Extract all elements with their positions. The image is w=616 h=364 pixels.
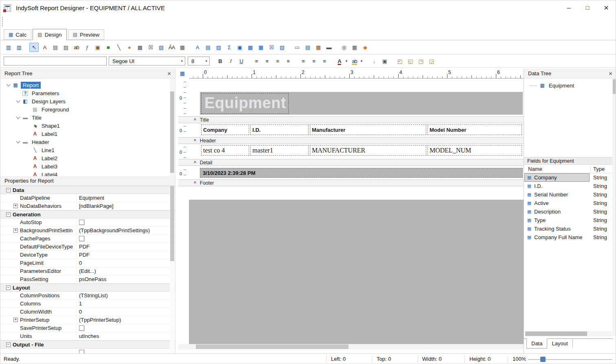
memo-tool[interactable]: ▤: [50, 43, 60, 52]
send-to-back-button[interactable]: ◱: [406, 57, 415, 66]
type-column-header[interactable]: Type: [593, 166, 605, 172]
image-tool[interactable]: ▣: [93, 43, 102, 52]
font-color-arrow[interactable]: ▾: [344, 57, 349, 66]
tab-design[interactable]: ▨ Design: [33, 29, 66, 40]
checkbox-tool[interactable]: ☒: [146, 43, 155, 52]
checkbox[interactable]: [79, 325, 84, 331]
maximize-button[interactable]: □: [578, 0, 597, 15]
field-row[interactable]: Serial Number String: [524, 190, 613, 199]
dbimage-tool[interactable]: ▣: [235, 43, 244, 52]
property-row[interactable]: − Output - File: [0, 340, 175, 349]
field-row[interactable]: Active String: [524, 199, 613, 207]
barcode-2d-tool[interactable]: ▩: [135, 43, 145, 52]
tree-item[interactable]: Title: [0, 113, 175, 122]
collapse-icon[interactable]: ^: [194, 181, 196, 185]
property-value[interactable]: (Edit...): [76, 267, 169, 275]
expand-box-icon[interactable]: −: [6, 212, 11, 217]
expand-box-icon[interactable]: +: [13, 228, 18, 233]
fields-horizontal-scrollbar[interactable]: [525, 331, 612, 336]
shape-tool[interactable]: ■: [103, 43, 113, 52]
scrollbar-thumb[interactable]: [170, 186, 174, 261]
property-row[interactable]: Units utInches: [0, 332, 175, 340]
dbbarcode-tool[interactable]: ▩: [246, 43, 255, 52]
zoom-slider-thumb[interactable]: [540, 357, 546, 362]
theme-tool[interactable]: ◆: [360, 43, 370, 52]
field-name-cell[interactable]: Company: [525, 174, 589, 181]
select-tool[interactable]: ↖: [29, 43, 39, 52]
underline-button[interactable]: U: [237, 57, 246, 66]
tab-layout[interactable]: Layout: [547, 339, 572, 348]
tab-preview[interactable]: ▤ Preview: [68, 29, 104, 40]
scrollbar-thumb[interactable]: [170, 92, 174, 173]
title-label[interactable]: Equipment: [201, 93, 289, 114]
property-row[interactable]: + PrinterSetup (TppPrinterSetup): [0, 316, 175, 324]
font-color-button[interactable]: A: [335, 57, 344, 66]
close-icon[interactable]: ×: [609, 70, 612, 76]
property-row[interactable]: AutoStop: [0, 218, 175, 227]
property-value[interactable]: 0: [76, 308, 169, 316]
tab-calc[interactable]: ▦ Calc: [4, 29, 31, 40]
canvas-horizontal-scrollbar[interactable]: [178, 344, 524, 349]
property-value[interactable]: [76, 218, 169, 226]
expand-chevron-icon[interactable]: [16, 99, 21, 104]
detail-band-bar[interactable]: ^ Detail: [178, 159, 524, 166]
field-name-cell[interactable]: Tracking Status: [525, 225, 589, 233]
bold-button[interactable]: B: [215, 57, 225, 66]
property-row[interactable]: SavePrinterSetup: [0, 324, 175, 332]
region-tool[interactable]: ▭: [292, 43, 302, 52]
properties-scrollbar[interactable]: [170, 186, 175, 353]
expand-box-icon[interactable]: +: [13, 318, 18, 322]
align-left-button[interactable]: ≡: [252, 57, 261, 66]
property-row[interactable]: Columns 1: [0, 300, 175, 308]
footer-band-bar[interactable]: ^ Footer: [178, 179, 524, 186]
label-tool[interactable]: A: [40, 43, 49, 52]
close-button[interactable]: ×: [597, 0, 616, 15]
tree-item[interactable]: Parameters: [0, 89, 175, 97]
collapse-icon[interactable]: ^: [194, 139, 196, 143]
dbtext-component[interactable]: master1: [250, 145, 309, 156]
crosstab-tool[interactable]: ▦: [313, 43, 323, 52]
property-value[interactable]: (TStringList): [76, 292, 169, 299]
tree-item[interactable]: Report: [0, 81, 175, 89]
frame-button[interactable]: ▣: [380, 57, 389, 66]
field-name-cell[interactable]: Serial Number: [525, 191, 589, 198]
tree-item[interactable]: Label3: [0, 162, 175, 170]
grid-tool[interactable]: ▦: [178, 43, 187, 52]
dbtext-tool[interactable]: A: [193, 43, 202, 52]
expand-chevron-icon[interactable]: [16, 139, 21, 144]
tab-data[interactable]: Data: [526, 338, 547, 349]
richtext-tool[interactable]: ▨: [61, 43, 70, 52]
minimize-button[interactable]: ─: [559, 0, 578, 15]
property-value[interactable]: [ndBlankPage]: [76, 202, 169, 210]
dbtext-component[interactable]: MODEL_NUM: [427, 145, 522, 156]
variable-tool[interactable]: ƒ: [82, 43, 92, 52]
property-value[interactable]: 0: [76, 259, 169, 267]
name-column-header[interactable]: Name: [524, 166, 542, 172]
highlight-color-button[interactable]: ab: [350, 57, 359, 66]
header-band-bar[interactable]: ^ Header: [178, 137, 524, 144]
field-row[interactable]: Tracking Status String: [524, 225, 613, 233]
tree-item[interactable]: Header: [0, 138, 175, 146]
dbrichtext-tool[interactable]: ▨: [214, 43, 223, 52]
expand-box-icon[interactable]: −: [6, 342, 11, 347]
align-right-button[interactable]: ≡: [273, 57, 282, 66]
line-tool[interactable]: ╲: [114, 43, 123, 52]
property-row[interactable]: [0, 349, 175, 353]
font-size-combo[interactable]: 8 ▾: [188, 57, 210, 65]
expand-box-icon[interactable]: −: [6, 286, 11, 290]
db2dbarcode-tool[interactable]: ▦: [256, 43, 265, 52]
tree-item[interactable]: Design Layers: [0, 97, 175, 105]
header-label-component[interactable]: Model Number: [427, 124, 522, 135]
tree-item[interactable]: Label1: [0, 130, 175, 138]
property-value[interactable]: PDF: [76, 243, 169, 251]
property-row[interactable]: DataPipeline Equipment: [0, 194, 175, 202]
property-row[interactable]: + NoDataBehaviors [ndBlankPage]: [0, 202, 175, 210]
header-label-component[interactable]: Manufacturer: [310, 124, 426, 135]
object-name-input[interactable]: [4, 57, 107, 65]
field-row[interactable]: I.D. String: [524, 182, 613, 190]
header-label-component[interactable]: Company: [201, 124, 249, 135]
expand-box-icon[interactable]: −: [6, 188, 11, 192]
align-top-button[interactable]: ≡: [298, 57, 308, 66]
property-row[interactable]: − Layout: [0, 283, 175, 292]
property-row[interactable]: PassSetting psOnePass: [0, 275, 175, 283]
